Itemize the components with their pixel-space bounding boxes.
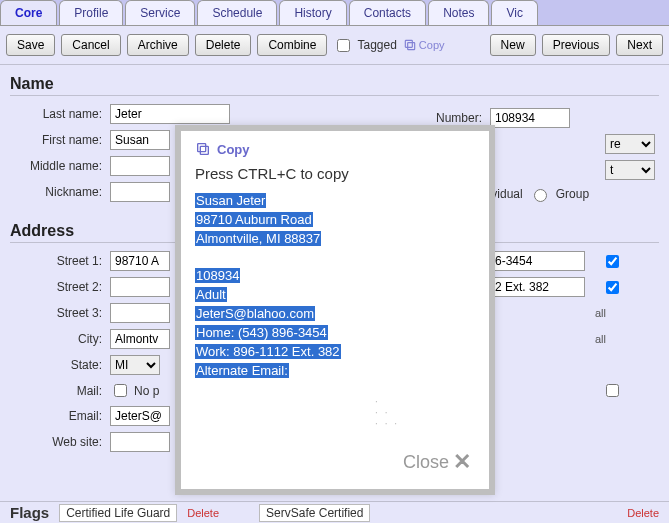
cancel-button[interactable]: Cancel xyxy=(61,34,120,56)
mail-checkbox[interactable] xyxy=(114,384,127,397)
city-label: City: xyxy=(10,332,110,346)
type-group-label: Group xyxy=(556,187,589,201)
resize-grip-icon: ·· ·· · · xyxy=(375,396,399,429)
delete-button[interactable]: Delete xyxy=(195,34,252,56)
phone2-input[interactable] xyxy=(490,277,585,297)
tab-service[interactable]: Service xyxy=(125,0,195,25)
first-name-input[interactable] xyxy=(110,130,170,150)
street3-input[interactable] xyxy=(110,303,170,323)
web-label: Web site: xyxy=(10,435,110,449)
type-group-radio[interactable] xyxy=(534,189,547,202)
number-label: Number: xyxy=(435,111,490,125)
state-select[interactable]: MI xyxy=(110,355,160,375)
archive-button[interactable]: Archive xyxy=(127,34,189,56)
svg-rect-2 xyxy=(200,146,208,154)
new-button[interactable]: New xyxy=(490,34,536,56)
copy-dialog: Copy Press CTRL+C to copy Susan Jeter 98… xyxy=(175,125,495,495)
svg-rect-0 xyxy=(407,43,414,50)
copy-dialog-instruction: Press CTRL+C to copy xyxy=(195,165,475,182)
tab-notes[interactable]: Notes xyxy=(428,0,489,25)
last-name-input[interactable] xyxy=(110,104,230,124)
call-label-2: all xyxy=(595,333,606,345)
close-icon: ✕ xyxy=(453,449,471,475)
mail-right-check[interactable] xyxy=(606,384,619,397)
phone1-check[interactable] xyxy=(606,255,619,268)
mail-label: Mail: xyxy=(10,384,110,398)
web-input[interactable] xyxy=(110,432,170,452)
name-heading: Name xyxy=(10,75,659,96)
phone1-input[interactable] xyxy=(490,251,585,271)
tab-history[interactable]: History xyxy=(279,0,346,25)
number-input[interactable] xyxy=(490,108,570,128)
street2-input[interactable] xyxy=(110,277,170,297)
phone2-check[interactable] xyxy=(606,281,619,294)
nickname-label: Nickname: xyxy=(10,185,110,199)
street1-input[interactable] xyxy=(110,251,170,271)
previous-button[interactable]: Previous xyxy=(542,34,611,56)
tab-profile[interactable]: Profile xyxy=(59,0,123,25)
tab-schedule[interactable]: Schedule xyxy=(197,0,277,25)
city-input[interactable] xyxy=(110,329,170,349)
street2-label: Street 2: xyxy=(10,280,110,294)
flag-item-2: ServSafe Certified xyxy=(259,504,370,522)
copy-icon xyxy=(403,38,417,52)
mail-nop-label: No p xyxy=(134,384,159,398)
last-name-label: Last name: xyxy=(10,107,110,121)
copy-dialog-content[interactable]: Susan Jeter 98710 Auburn Road Almontvill… xyxy=(195,192,475,380)
email-input[interactable] xyxy=(110,406,170,426)
flag-delete-2[interactable]: Delete xyxy=(627,507,659,519)
tab-bar: Core Profile Service Schedule History Co… xyxy=(0,0,669,26)
nickname-input[interactable] xyxy=(110,182,170,202)
copy-dialog-title: Copy xyxy=(195,141,475,157)
tab-vic[interactable]: Vic xyxy=(491,0,537,25)
close-button[interactable]: Close ✕ xyxy=(403,449,471,475)
email-label: Email: xyxy=(10,409,110,423)
next-button[interactable]: Next xyxy=(616,34,663,56)
state-label: State: xyxy=(10,358,110,372)
svg-rect-3 xyxy=(198,144,206,152)
flags-row: Flags Certified Life Guard Delete ServSa… xyxy=(0,501,669,523)
tagged-checkbox[interactable] xyxy=(337,39,350,52)
tab-contacts[interactable]: Contacts xyxy=(349,0,426,25)
copy-icon xyxy=(195,141,211,157)
middle-name-input[interactable] xyxy=(110,156,170,176)
save-button[interactable]: Save xyxy=(6,34,55,56)
tagged-label: Tagged xyxy=(357,38,396,52)
flags-title: Flags xyxy=(10,504,49,521)
dropdown-2[interactable]: t xyxy=(605,160,655,180)
svg-rect-1 xyxy=(405,40,412,47)
street3-label: Street 3: xyxy=(10,306,110,320)
copy-link[interactable]: Copy xyxy=(403,38,445,52)
flag-delete-1[interactable]: Delete xyxy=(187,507,219,519)
first-name-label: First name: xyxy=(10,133,110,147)
flag-item-1: Certified Life Guard xyxy=(59,504,177,522)
dropdown-1[interactable]: re xyxy=(605,134,655,154)
toolbar: Save Cancel Archive Delete Combine Tagge… xyxy=(0,26,669,65)
street1-label: Street 1: xyxy=(10,254,110,268)
middle-name-label: Middle name: xyxy=(10,159,110,173)
combine-button[interactable]: Combine xyxy=(257,34,327,56)
call-label-1: all xyxy=(595,307,606,319)
tab-core[interactable]: Core xyxy=(0,0,57,25)
